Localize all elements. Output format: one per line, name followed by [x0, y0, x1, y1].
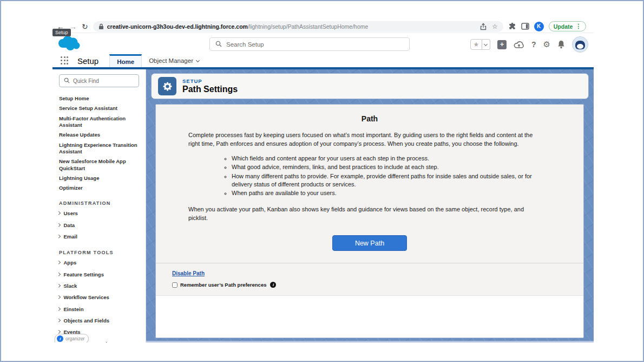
sidebar-item[interactable]: Users: [52, 208, 146, 219]
setup-sidebar: Setup HomeService Setup AssistantMulti-F…: [52, 69, 146, 342]
search-icon: [215, 40, 222, 49]
sidebar-item[interactable]: Email: [52, 231, 146, 242]
browser-window: ← → ↻ creative-unicorn-g3h3ou-dev-ed.lig…: [52, 20, 594, 342]
path-bullet-item: Which fields and content appear for your…: [232, 154, 546, 163]
chevron-right-icon: [57, 273, 60, 276]
notifications-bell-icon[interactable]: [557, 40, 565, 49]
sidebar-section-platform-tools: PLATFORM TOOLS: [59, 250, 146, 255]
search-icon: [64, 76, 70, 86]
chevron-right-icon: [57, 235, 60, 238]
sidebar-item[interactable]: Release Updates: [52, 130, 146, 140]
page-header-card: SETUP Path Settings: [151, 73, 589, 99]
remember-preferences-checkbox[interactable]: [172, 282, 178, 288]
share-icon[interactable]: [480, 23, 487, 30]
path-intro-text: Complete processes fast by keeping users…: [188, 131, 537, 148]
sidebar-item[interactable]: Feature Settings: [52, 269, 146, 280]
address-bar[interactable]: creative-unicorn-g3h3ou-dev-ed.lightning…: [93, 21, 503, 32]
global-header-icons: ★ + ? ⚙: [470, 36, 588, 53]
salesforce-global-header: ★ + ? ⚙: [52, 33, 594, 54]
favorites-dropdown-icon[interactable]: [482, 39, 490, 50]
page-header-eyebrow: SETUP: [182, 78, 238, 84]
sidebar-item[interactable]: Objects and Fields: [52, 315, 146, 327]
tab-home[interactable]: Home: [109, 54, 142, 67]
organizer-badge-label: organizer: [65, 336, 84, 341]
url-path: /lightning/setup/PathAssistantSetupHome/…: [248, 23, 368, 30]
extensions-icon[interactable]: [508, 22, 516, 30]
remember-preferences-row: Remember user’s Path preferences i: [172, 282, 583, 288]
path-outro-text: When you activate your path, Kanban also…: [188, 205, 537, 222]
path-bullet-item: What good advice, reminders, links, and …: [232, 163, 546, 171]
path-content-card: Path Complete processes fast by keeping …: [155, 104, 584, 338]
sidebar-administration-items: UsersDataEmail: [52, 208, 146, 243]
help-icon[interactable]: ?: [531, 40, 536, 49]
info-icon[interactable]: i: [270, 282, 276, 288]
sidebar-item[interactable]: Lightning Experience Transition Assistan…: [52, 140, 146, 157]
chevron-right-icon: [57, 330, 60, 333]
guidance-center-icon[interactable]: [514, 40, 524, 49]
sidebar-item[interactable]: Lightning Usage: [52, 173, 146, 183]
back-button-tooltip: Setup: [52, 29, 71, 36]
chevron-right-icon: [57, 284, 60, 287]
path-bullet-item: When paths are available to your users.: [232, 189, 546, 197]
chevron-right-icon: [57, 319, 60, 322]
setup-gear-icon[interactable]: ⚙: [543, 40, 550, 49]
browser-menu-kebab-icon[interactable]: ⋮: [575, 23, 581, 30]
global-search-box[interactable]: [209, 37, 410, 51]
browser-update-button[interactable]: Update ⋮: [549, 21, 587, 31]
browser-reload-icon[interactable]: ↻: [82, 23, 88, 30]
path-bullet-item: How many different paths to provide. For…: [232, 172, 546, 189]
global-actions-plus-icon[interactable]: +: [497, 40, 507, 49]
sidebar-item[interactable]: Workflow Services: [52, 292, 146, 303]
app-launcher-icon[interactable]: [61, 56, 69, 65]
sidebar-item[interactable]: Service Setup Assistant: [52, 104, 146, 113]
setup-nav-bar: Setup Home Object Manager: [52, 54, 594, 67]
info-icon: i: [57, 335, 63, 342]
organizer-extension-badge[interactable]: i organizer: [55, 334, 89, 342]
disable-path-section: Disable Path Remember user’s Path prefer…: [156, 263, 583, 295]
chevron-right-icon: [57, 295, 60, 299]
sidebar-top-items: Setup HomeService Setup AssistantMulti-F…: [52, 94, 146, 193]
setup-main-area: SETUP Path Settings Path Complete proces…: [146, 69, 594, 342]
disable-path-link[interactable]: Disable Path: [172, 270, 205, 276]
sidebar-item[interactable]: Data: [52, 219, 146, 231]
path-settings-gear-icon: [158, 77, 176, 95]
url-domain: creative-unicorn-g3h3ou-dev-ed.lightning…: [107, 23, 248, 30]
salesforce-logo[interactable]: [56, 35, 82, 55]
update-label: Update: [554, 23, 573, 30]
lock-icon: [98, 23, 104, 30]
browser-toolbar: ← → ↻ creative-unicorn-g3h3ou-dev-ed.lig…: [52, 20, 594, 33]
sidebar-item[interactable]: Slack: [52, 281, 146, 292]
sidebar-item[interactable]: New Salesforce Mobile App QuickStart: [52, 157, 146, 173]
sidebar-item[interactable]: Einstein: [52, 303, 146, 315]
quick-find-box[interactable]: [59, 74, 139, 87]
side-panel-icon[interactable]: [521, 23, 529, 30]
sidebar-item[interactable]: Multi-Factor Authentication Assistant: [52, 114, 146, 131]
sidebar-item[interactable]: Apps: [52, 257, 146, 269]
sidebar-section-administration: ADMINISTRATION: [59, 201, 146, 206]
path-section-title: Path: [156, 114, 583, 123]
page-title: Path Settings: [182, 85, 238, 94]
chevron-right-icon: [57, 211, 60, 215]
favorites-star-icon[interactable]: ★: [470, 39, 482, 50]
chevron-down-icon: [196, 58, 200, 62]
chevron-right-icon: [57, 261, 60, 264]
sidebar-platform-tools-items: AppsFeature SettingsSlackWorkflow Servic…: [52, 257, 146, 342]
remember-preferences-label: Remember user’s Path preferences: [180, 282, 266, 288]
path-bullet-list: Which fields and content appear for your…: [232, 154, 546, 197]
sidebar-item[interactable]: Setup Home: [52, 94, 146, 104]
browser-profile-avatar[interactable]: K: [534, 22, 544, 31]
chevron-right-icon: [57, 223, 60, 227]
sidebar-item[interactable]: Optimizer: [52, 183, 146, 193]
user-avatar[interactable]: [572, 36, 588, 53]
path-info-panel: Path Complete processes fast by keeping …: [156, 105, 583, 296]
global-search-input[interactable]: [226, 41, 404, 48]
tab-object-manager[interactable]: Object Manager: [142, 54, 206, 67]
setup-tabs: Home Object Manager: [109, 54, 206, 67]
screenshot-frame: ← → ↻ creative-unicorn-g3h3ou-dev-ed.lig…: [0, 0, 644, 362]
new-path-button[interactable]: New Path: [332, 235, 407, 251]
page-body: Setup HomeService Setup AssistantMulti-F…: [52, 69, 594, 342]
favorites-combo-button: ★: [470, 39, 490, 50]
app-name-label: Setup: [77, 56, 98, 66]
quick-find-input[interactable]: [73, 78, 134, 84]
bookmark-star-icon[interactable]: ☆: [492, 23, 498, 30]
